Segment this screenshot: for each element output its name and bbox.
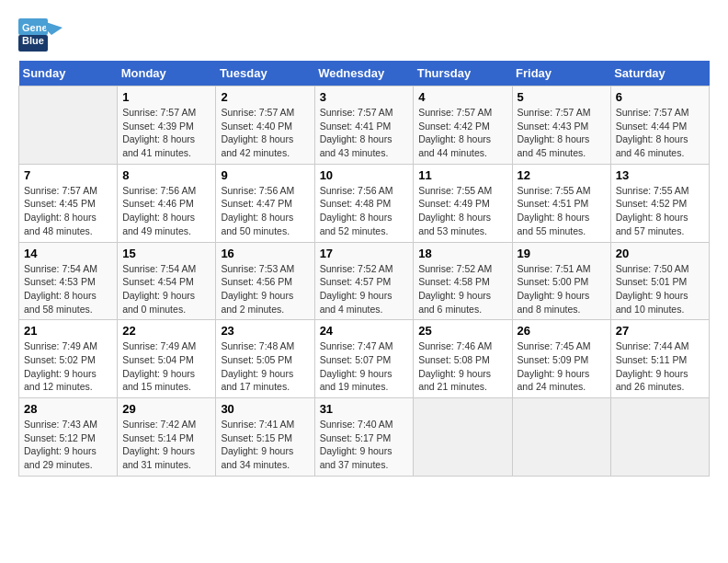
day-info: Sunrise: 7:54 AM Sunset: 4:53 PM Dayligh…: [24, 262, 112, 316]
calendar-cell: 23 Sunrise: 7:48 AM Sunset: 5:05 PM Dayl…: [216, 320, 314, 398]
day-info: Sunrise: 7:52 AM Sunset: 4:57 PM Dayligh…: [320, 262, 409, 316]
day-info: Sunrise: 7:56 AM Sunset: 4:47 PM Dayligh…: [221, 184, 309, 238]
daylight-label: Daylight: 8 hours and 53 minutes.: [418, 212, 491, 236]
sunrise-label: Sunrise: 7:48 AM: [221, 340, 294, 351]
day-number: 4: [418, 90, 506, 104]
sunrise-label: Sunrise: 7:44 AM: [616, 340, 689, 351]
calendar-cell: 13 Sunrise: 7:55 AM Sunset: 4:52 PM Dayl…: [610, 164, 709, 242]
daylight-label: Daylight: 8 hours and 50 minutes.: [221, 212, 293, 236]
calendar-body: 1 Sunrise: 7:57 AM Sunset: 4:39 PM Dayli…: [19, 86, 710, 477]
day-number: 20: [616, 247, 704, 260]
day-info: Sunrise: 7:44 AM Sunset: 5:11 PM Dayligh…: [616, 339, 704, 394]
day-number: 10: [320, 168, 409, 182]
daylight-label: Daylight: 9 hours and 34 minutes.: [221, 445, 293, 470]
sunrise-label: Sunrise: 7:56 AM: [122, 185, 196, 196]
daylight-label: Daylight: 9 hours and 0 minutes.: [122, 290, 195, 315]
sunrise-label: Sunrise: 7:55 AM: [518, 185, 591, 196]
sunrise-label: Sunrise: 7:43 AM: [24, 419, 97, 430]
daylight-label: Daylight: 9 hours and 12 minutes.: [24, 368, 97, 393]
daylight-label: Daylight: 9 hours and 10 minutes.: [616, 290, 688, 315]
day-number: 19: [518, 247, 606, 260]
daylight-label: Daylight: 9 hours and 26 minutes.: [616, 368, 688, 393]
daylight-label: Daylight: 8 hours and 41 minutes.: [122, 133, 195, 158]
daylight-label: Daylight: 9 hours and 37 minutes.: [320, 445, 392, 470]
sunrise-label: Sunrise: 7:42 AM: [122, 419, 196, 430]
day-info: Sunrise: 7:54 AM Sunset: 4:54 PM Dayligh…: [122, 262, 210, 316]
daylight-label: Daylight: 8 hours and 43 minutes.: [320, 133, 392, 158]
sunset-label: Sunset: 5:04 PM: [122, 354, 194, 365]
daylight-label: Daylight: 8 hours and 49 minutes.: [122, 212, 195, 236]
sunset-label: Sunset: 4:56 PM: [221, 276, 292, 287]
calendar-week-3: 14 Sunrise: 7:54 AM Sunset: 4:53 PM Dayl…: [19, 242, 710, 320]
sunrise-label: Sunrise: 7:52 AM: [320, 263, 393, 274]
sunrise-label: Sunrise: 7:45 AM: [518, 340, 591, 351]
sunrise-label: Sunrise: 7:53 AM: [221, 263, 294, 274]
day-number: 1: [122, 90, 210, 104]
day-info: Sunrise: 7:50 AM Sunset: 5:01 PM Dayligh…: [616, 262, 704, 316]
day-number: 18: [418, 247, 506, 260]
calendar-cell: 16 Sunrise: 7:53 AM Sunset: 4:56 PM Dayl…: [216, 242, 314, 320]
daylight-label: Daylight: 8 hours and 44 minutes.: [418, 133, 491, 158]
sunset-label: Sunset: 4:39 PM: [122, 121, 194, 132]
sunset-label: Sunset: 4:48 PM: [320, 198, 392, 209]
sunset-label: Sunset: 4:43 PM: [518, 121, 589, 132]
calendar-cell: 7 Sunrise: 7:57 AM Sunset: 4:45 PM Dayli…: [19, 164, 118, 242]
sunset-label: Sunset: 5:01 PM: [616, 276, 688, 287]
day-number: 12: [518, 168, 606, 182]
day-number: 7: [24, 168, 112, 182]
day-number: 24: [320, 324, 409, 338]
sunset-label: Sunset: 4:49 PM: [418, 198, 490, 209]
column-header-friday: Friday: [512, 61, 610, 86]
daylight-label: Daylight: 9 hours and 2 minutes.: [221, 290, 293, 315]
calendar-cell: 24 Sunrise: 7:47 AM Sunset: 5:07 PM Dayl…: [314, 320, 414, 398]
sunrise-label: Sunrise: 7:52 AM: [418, 263, 492, 274]
day-number: 3: [320, 90, 409, 104]
day-number: 23: [221, 324, 309, 338]
day-info: Sunrise: 7:47 AM Sunset: 5:07 PM Dayligh…: [320, 339, 409, 394]
calendar-cell: 14 Sunrise: 7:54 AM Sunset: 4:53 PM Dayl…: [19, 242, 118, 320]
calendar-cell: [512, 398, 610, 477]
day-number: 17: [320, 247, 409, 260]
day-info: Sunrise: 7:46 AM Sunset: 5:08 PM Dayligh…: [418, 339, 506, 394]
sunset-label: Sunset: 4:58 PM: [418, 276, 490, 287]
day-info: Sunrise: 7:49 AM Sunset: 5:02 PM Dayligh…: [24, 339, 112, 394]
day-info: Sunrise: 7:43 AM Sunset: 5:12 PM Dayligh…: [24, 418, 112, 472]
column-header-monday: Monday: [118, 61, 216, 86]
sunset-label: Sunset: 4:47 PM: [221, 198, 292, 209]
calendar-cell: 9 Sunrise: 7:56 AM Sunset: 4:47 PM Dayli…: [216, 164, 314, 242]
sunset-label: Sunset: 4:53 PM: [24, 276, 96, 287]
calendar-week-5: 28 Sunrise: 7:43 AM Sunset: 5:12 PM Dayl…: [19, 398, 710, 477]
daylight-label: Daylight: 9 hours and 24 minutes.: [518, 368, 590, 393]
sunset-label: Sunset: 4:51 PM: [518, 198, 589, 209]
calendar-cell: [19, 86, 118, 165]
daylight-label: Daylight: 8 hours and 58 minutes.: [24, 290, 97, 315]
daylight-label: Daylight: 8 hours and 46 minutes.: [616, 133, 688, 158]
calendar-week-1: 1 Sunrise: 7:57 AM Sunset: 4:39 PM Dayli…: [19, 86, 710, 165]
sunset-label: Sunset: 5:15 PM: [221, 432, 292, 443]
sunrise-label: Sunrise: 7:50 AM: [616, 263, 689, 274]
sunset-label: Sunset: 5:02 PM: [24, 354, 96, 365]
day-number: 11: [418, 168, 506, 182]
sunrise-label: Sunrise: 7:55 AM: [418, 185, 492, 196]
day-number: 13: [616, 168, 704, 182]
day-info: Sunrise: 7:56 AM Sunset: 4:46 PM Dayligh…: [122, 184, 210, 238]
calendar-cell: 1 Sunrise: 7:57 AM Sunset: 4:39 PM Dayli…: [118, 86, 216, 165]
daylight-label: Daylight: 8 hours and 52 minutes.: [320, 212, 392, 236]
daylight-label: Daylight: 9 hours and 6 minutes.: [418, 290, 491, 315]
day-info: Sunrise: 7:45 AM Sunset: 5:09 PM Dayligh…: [518, 339, 606, 394]
calendar-cell: 18 Sunrise: 7:52 AM Sunset: 4:58 PM Dayl…: [414, 242, 512, 320]
daylight-label: Daylight: 9 hours and 8 minutes.: [518, 290, 590, 315]
calendar-cell: 4 Sunrise: 7:57 AM Sunset: 4:42 PM Dayli…: [414, 86, 512, 165]
column-header-saturday: Saturday: [610, 61, 709, 86]
daylight-label: Daylight: 9 hours and 31 minutes.: [122, 445, 195, 470]
day-info: Sunrise: 7:57 AM Sunset: 4:40 PM Dayligh…: [221, 106, 309, 160]
calendar-cell: 30 Sunrise: 7:41 AM Sunset: 5:15 PM Dayl…: [216, 398, 314, 477]
column-header-sunday: Sunday: [19, 61, 118, 86]
daylight-label: Daylight: 8 hours and 57 minutes.: [616, 212, 688, 236]
day-info: Sunrise: 7:42 AM Sunset: 5:14 PM Dayligh…: [122, 418, 210, 472]
calendar-cell: 11 Sunrise: 7:55 AM Sunset: 4:49 PM Dayl…: [414, 164, 512, 242]
daylight-label: Daylight: 8 hours and 42 minutes.: [221, 133, 293, 158]
day-number: 28: [24, 402, 112, 416]
sunrise-label: Sunrise: 7:49 AM: [122, 340, 196, 351]
daylight-label: Daylight: 8 hours and 55 minutes.: [518, 212, 590, 236]
